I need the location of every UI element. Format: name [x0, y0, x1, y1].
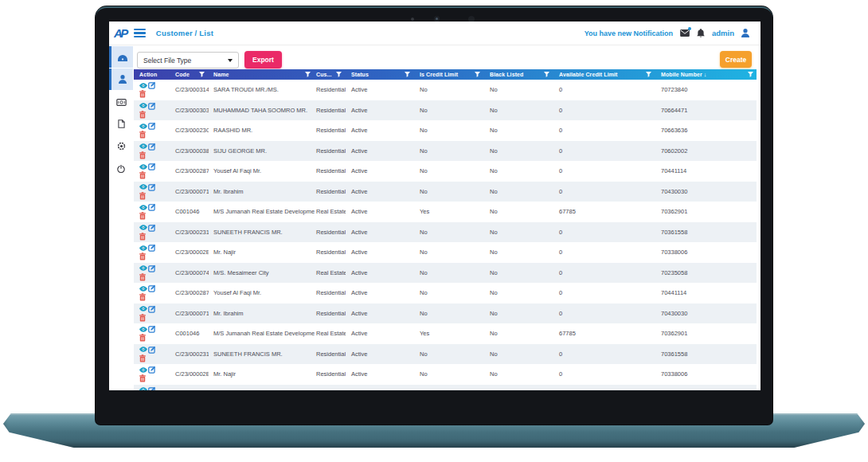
delete-icon[interactable] [139, 171, 148, 179]
export-button[interactable]: Export [244, 51, 282, 69]
sidebar-item-customers[interactable] [109, 69, 133, 90]
column-header-status[interactable]: Status [346, 69, 414, 80]
user-avatar-icon[interactable] [741, 29, 749, 37]
edit-icon[interactable] [148, 366, 157, 374]
sidebar-item-documents[interactable] [109, 113, 133, 135]
cell-available-credit-limit: 0 [553, 350, 655, 358]
view-icon[interactable] [139, 327, 148, 332]
file-type-select[interactable]: Select File Type [137, 52, 239, 69]
edit-icon[interactable] [148, 122, 157, 130]
view-icon[interactable] [139, 103, 148, 108]
edit-icon[interactable] [148, 102, 157, 110]
edit-icon[interactable] [148, 224, 157, 232]
hamburger-menu-icon[interactable] [134, 29, 146, 37]
cell-black-listed: No [484, 208, 553, 215]
cell-is-credit-limit: No [414, 147, 484, 155]
view-icon[interactable] [139, 346, 148, 352]
cell-mobile-number: 70664471 [655, 107, 757, 114]
sidebar-item-settings[interactable] [109, 135, 133, 157]
edit-icon[interactable] [148, 325, 157, 333]
edit-icon[interactable] [148, 81, 157, 89]
view-icon[interactable] [139, 225, 148, 230]
view-icon[interactable] [139, 164, 148, 170]
filter-icon[interactable] [405, 72, 410, 77]
bell-icon[interactable] [697, 29, 705, 37]
column-header-black-listed[interactable]: Black Listed [484, 69, 553, 80]
edit-icon[interactable] [148, 162, 157, 170]
cell-black-listed: No [484, 269, 553, 276]
column-label: Action [139, 72, 157, 77]
edit-icon[interactable] [148, 346, 157, 354]
view-icon[interactable] [139, 265, 148, 271]
username[interactable]: admin [712, 29, 734, 37]
mail-icon[interactable] [680, 29, 690, 37]
sidebar-item-dashboard[interactable] [109, 46, 133, 68]
column-header-cus[interactable]: Cus... [315, 69, 346, 80]
delete-icon[interactable] [139, 273, 148, 281]
view-icon[interactable] [139, 306, 148, 311]
filter-icon[interactable] [305, 72, 311, 77]
edit-icon[interactable] [148, 386, 157, 390]
view-icon[interactable] [139, 83, 148, 88]
view-icon[interactable] [139, 387, 148, 390]
edit-icon[interactable] [148, 143, 157, 151]
filter-icon[interactable] [748, 72, 753, 77]
delete-icon[interactable] [139, 374, 148, 382]
filter-icon[interactable] [199, 72, 205, 77]
table-row: C/23/000287Yousef Al Faqi Mr.Residential… [134, 283, 757, 303]
view-icon[interactable] [139, 245, 148, 251]
table-row: C/23/000287Yousef Al Faqi Mr.Residential… [134, 161, 757, 182]
delete-icon[interactable] [139, 90, 148, 98]
view-icon[interactable] [139, 205, 148, 210]
delete-icon[interactable] [139, 253, 148, 260]
edit-icon[interactable] [148, 284, 157, 292]
delete-icon[interactable] [139, 192, 148, 200]
delete-icon[interactable] [139, 354, 148, 362]
delete-icon[interactable] [139, 334, 148, 342]
create-button[interactable]: Create [720, 51, 752, 68]
column-header-is-credit-limit[interactable]: Is Credit Limit [414, 69, 484, 80]
column-header-action[interactable]: Action [134, 69, 174, 80]
view-icon[interactable] [139, 123, 148, 129]
cell-status: Active [346, 147, 414, 155]
column-header-available-credit-limit[interactable]: Available Credit Limit [553, 69, 655, 80]
cell-black-listed: No [484, 107, 553, 114]
edit-icon[interactable] [148, 244, 157, 252]
cell-code: C/23/000231 [174, 350, 209, 358]
delete-icon[interactable] [139, 314, 148, 322]
view-icon[interactable] [139, 143, 148, 149]
delete-icon[interactable] [139, 293, 148, 301]
column-header-name[interactable]: Name [209, 69, 315, 80]
delete-icon[interactable] [139, 131, 148, 139]
cell-name: M/S Jumanah Real Estate Development [209, 330, 315, 337]
column-header-code[interactable]: Code [174, 69, 209, 80]
filter-icon[interactable] [544, 72, 549, 77]
table-body: C/23/000314SARA TROUDI MR./MS.Residentia… [134, 80, 757, 390]
edit-icon[interactable] [148, 305, 157, 313]
sidebar-item-power[interactable] [109, 158, 133, 179]
delete-icon[interactable] [139, 151, 148, 159]
view-icon[interactable] [139, 286, 148, 292]
delete-icon[interactable] [139, 111, 148, 119]
cell-is-credit-limit: No [414, 86, 484, 93]
cell-name: Mr. Najir [209, 370, 315, 378]
delete-icon[interactable] [139, 212, 148, 220]
cell-name: SUNEETH FRANCIS MR. [209, 350, 315, 358]
filter-icon[interactable] [646, 72, 651, 77]
view-icon[interactable] [139, 367, 148, 373]
cell-action [134, 264, 174, 281]
filter-icon[interactable] [475, 72, 480, 77]
edit-icon[interactable] [148, 183, 157, 191]
edit-icon[interactable] [148, 264, 157, 272]
edit-icon[interactable] [148, 203, 157, 211]
filter-icon[interactable] [336, 72, 342, 77]
view-icon[interactable] [139, 184, 148, 190]
cell-available-credit-limit: 0 [553, 86, 655, 93]
cell-status: Active [346, 370, 414, 378]
cell-status: Active [346, 289, 414, 296]
cell-customer-type: Residential [315, 370, 346, 378]
sort-desc-icon[interactable]: ↓ [704, 72, 707, 77]
sidebar-item-payments[interactable] [109, 91, 133, 112]
column-header-mobile-number[interactable]: Mobile Number↓ [655, 69, 757, 80]
delete-icon[interactable] [139, 233, 148, 241]
